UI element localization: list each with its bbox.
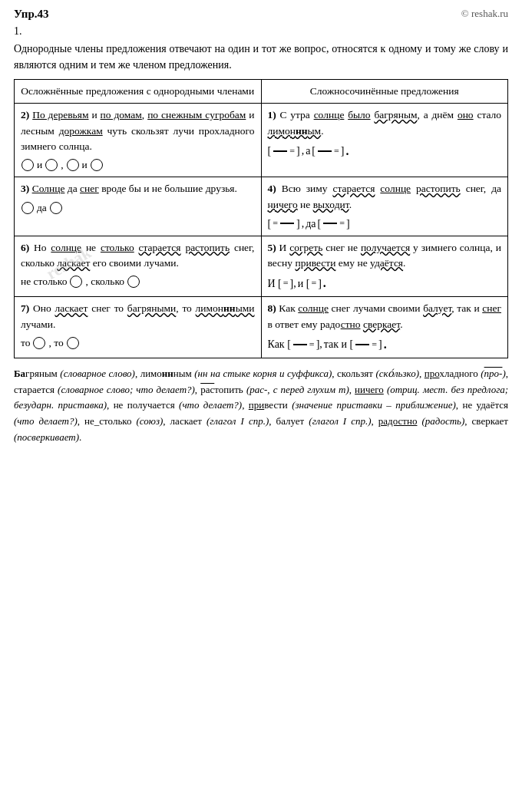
cell-left-3: 6) Но солнце не столько старается растоп… xyxy=(21,240,255,272)
circle xyxy=(50,202,62,214)
diagram-left-4: то , то xyxy=(21,335,255,351)
circle xyxy=(70,276,82,288)
cell-right-3: 5) И согреть снег не получается у зимнег… xyxy=(268,240,502,272)
main-table: Осложнённые предложения с однородными чл… xyxy=(14,79,508,358)
cell-left-1: 2) По деревьям и по домам, по снежным су… xyxy=(21,107,255,154)
table-row: 7) Оно ласкает снег то багряными, то лим… xyxy=(15,297,508,358)
circle xyxy=(91,159,103,171)
circle xyxy=(127,276,140,288)
cell-left-4: 7) Оно ласкает снег то багряными, то лим… xyxy=(21,301,255,332)
notes-section: Багряным (словарное слово), лимоннным (н… xyxy=(14,366,508,446)
page-title: Упр.43 xyxy=(14,8,49,21)
col1-header: Осложнённые предложения с однородными чл… xyxy=(15,80,262,104)
cell-right-1: 1) С утра солнце было багряным, а днём о… xyxy=(268,107,502,139)
intro-paragraph: Однородные члены предложения отвечают на… xyxy=(14,41,508,73)
diagram-right-4: Как [ = ], так и [ = ] . xyxy=(268,335,502,354)
diagram-right-3: И [ = ], и [ = ] . xyxy=(268,274,502,292)
table-row: 3) Солнце да снег вроде бы и не большие … xyxy=(15,177,508,236)
diagram-right-2: [ = ] , да [ = ] xyxy=(268,216,502,232)
reshak-label: © reshak.ru xyxy=(461,8,508,20)
diagram-left-1: и , и xyxy=(21,157,255,173)
col2-header: Сложносочинённые предложения xyxy=(261,80,508,104)
table-row: 2) По деревьям и по домам, по снежным су… xyxy=(15,104,508,177)
diagram-left-3: не столько , сколько xyxy=(21,274,255,289)
cell-right-2: 4) Всю зиму старается солнце растопить с… xyxy=(268,181,502,213)
notes-text: Багряным (словарное слово), лимоннным (н… xyxy=(14,368,508,443)
circle xyxy=(33,337,45,349)
circle xyxy=(45,159,58,171)
diagram-left-2: да xyxy=(21,200,255,216)
circle xyxy=(21,202,34,214)
diagram-right-1: [ = ] , а [ = ] . xyxy=(268,142,502,160)
section-number: 1. xyxy=(14,25,508,38)
circle xyxy=(67,337,79,349)
table-row: 6) Но солнце не столько старается растоп… xyxy=(15,236,508,297)
circle xyxy=(21,159,34,171)
circle xyxy=(67,159,79,171)
cell-right-4: 8) Как солнце снег лучами своими балует,… xyxy=(268,301,502,332)
header: Упр.43 © reshak.ru xyxy=(14,8,508,21)
cell-left-2: 3) Солнце да снег вроде бы и не большие … xyxy=(21,181,255,196)
